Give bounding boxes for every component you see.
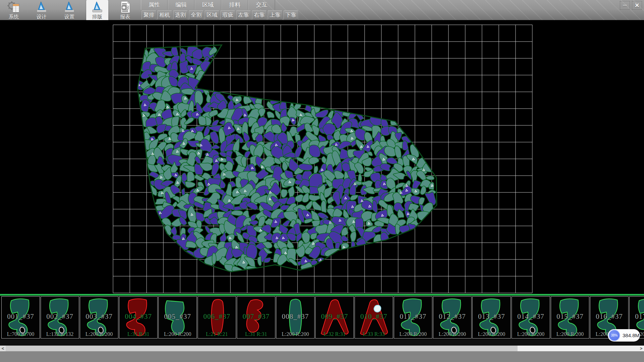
piece-thumbnail-013_#37[interactable]: 013_#37L:200 R:200 xyxy=(472,296,511,339)
nav-item-label: 系统 xyxy=(9,14,19,20)
piece-lr-count-label: L:21 R:21 xyxy=(198,331,236,337)
memory-percent-badge: 38% xyxy=(608,329,620,341)
menu-tab-row: 属性 编辑 区域 排料 交互 xyxy=(141,0,275,10)
close-button[interactable]: ✕ xyxy=(632,1,642,10)
piece-lr-count-label: L:31 R:31 xyxy=(237,331,275,337)
piece-id-label: 017_#37 xyxy=(630,312,644,321)
piece-lr-count-label: L:200 R:200 xyxy=(159,331,197,337)
tool-snap-up-button[interactable]: 上靠 xyxy=(268,10,282,19)
piece-id-label: 005_#37 xyxy=(159,312,197,321)
piece-id-label: 002_#37 xyxy=(41,312,79,321)
piece-id-label: 014_#37 xyxy=(512,312,550,321)
piece-id-label: 007_#37 xyxy=(237,312,275,321)
piece-thumbnail-009_#37[interactable]: 009_#37L:32 R:31 xyxy=(315,296,354,339)
piece-id-label: 016_#37 xyxy=(590,312,628,321)
strip-gap xyxy=(0,339,644,346)
piece-thumbnail-012_#37[interactable]: 012_#37L:200 R:200 xyxy=(433,296,472,339)
scrollbar-thumb[interactable] xyxy=(6,346,518,351)
piece-id-label: 011_#37 xyxy=(394,312,432,321)
scroll-right-arrow-icon[interactable]: > xyxy=(638,346,644,351)
piece-thumbnail-005_#37[interactable]: 005_#37L:200 R:200 xyxy=(158,296,197,339)
piece-lr-count-label: L:33 R:33 xyxy=(355,331,393,337)
tool-select-cut-button[interactable]: 选割 xyxy=(173,10,188,19)
application-window: 系统 设计 xyxy=(0,0,644,362)
piece-thumbnail-001_#37[interactable]: 001_#37L:700 R:700 xyxy=(1,296,40,339)
memory-amount-label: 384.8M xyxy=(623,329,639,342)
system-gear-icon xyxy=(6,1,21,13)
tool-snap-down-button[interactable]: 下靠 xyxy=(283,10,298,19)
piece-lr-count-label: L:200 R:200 xyxy=(433,331,471,337)
piece-lr-count-label: L:200 R:200 xyxy=(80,331,118,337)
nest-scene-svg xyxy=(0,20,644,294)
horizontal-scrollbar[interactable]: < > xyxy=(0,346,644,351)
nav-item-label: 设计 xyxy=(37,14,47,20)
piece-id-label: 015_#37 xyxy=(551,312,589,321)
piece-lr-count-label: L:132 R:132 xyxy=(41,331,79,337)
piece-thumbnail-006_#37[interactable]: 006_#37L:21 R:21 xyxy=(198,296,236,339)
tool-region-button[interactable]: 区域 xyxy=(205,10,219,19)
piece-id-label: 013_#37 xyxy=(473,312,511,321)
piece-thumbnail-008_#37[interactable]: 008_#37L:200 R:200 xyxy=(276,296,315,339)
tool-defect-button[interactable]: 瑕疵 xyxy=(220,10,235,19)
piece-thumbnail-011_#37[interactable]: 011_#37L:200 R:200 xyxy=(394,296,432,339)
piece-thumbnail-002_#37[interactable]: 002_#37L:132 R:132 xyxy=(41,296,79,339)
tool-snap-left-button[interactable]: 左靠 xyxy=(236,10,251,19)
piece-thumbnail-003_#37[interactable]: 003_#37L:200 R:200 xyxy=(80,296,118,339)
piece-thumbnail-015_#37[interactable]: 015_#37L:200 R:200 xyxy=(551,296,589,339)
tool-cut-all-button[interactable]: 全割 xyxy=(189,10,204,19)
piece-thumbnail-004_#37[interactable]: 004_#37L:31 R:31 xyxy=(119,296,158,339)
menu-tab-edit[interactable]: 编辑 xyxy=(168,0,195,10)
menu-tab-region[interactable]: 区域 xyxy=(195,0,221,10)
piece-thumbnail-007_#37[interactable]: 007_#37L:31 R:31 xyxy=(237,296,275,339)
piece-lr-count-label: L:31 R:31 xyxy=(119,331,157,337)
memory-badge[interactable]: 38% 384.8M xyxy=(608,329,640,342)
piece-lr-count-label: L:200 R:200 xyxy=(473,331,511,337)
nesting-canvas[interactable] xyxy=(0,20,644,294)
piece-id-label: 003_#37 xyxy=(80,312,118,321)
nav-item-label: 报表 xyxy=(120,14,130,20)
piece-lr-count-label: L:200 R:200 xyxy=(276,331,314,337)
piece-id-label: 012_#37 xyxy=(433,312,471,321)
tool-button-row: 聚排 相机 选割 全割 区域 瑕疵 左靠 右靠 上靠 下靠 xyxy=(142,10,298,19)
nav-item-settings[interactable]: 设置 xyxy=(58,0,80,20)
piece-id-label: 004_#37 xyxy=(119,312,157,321)
nav-item-report[interactable]: 报表 xyxy=(114,0,136,20)
nesting-ruler-icon xyxy=(90,1,105,13)
piece-lr-count-label: L:700 R:700 xyxy=(2,331,40,337)
scroll-left-arrow-icon[interactable]: < xyxy=(0,346,6,351)
piece-thumbnail-014_#37[interactable]: 014_#37L:200 R:200 xyxy=(512,296,550,339)
nav-item-label: 排版 xyxy=(92,14,102,20)
status-bar xyxy=(0,351,644,362)
design-ruler-icon xyxy=(34,1,49,13)
piece-thumbnail-strip: 001_#37L:700 R:700002_#37L:132 R:132003_… xyxy=(0,296,644,339)
menu-tab-properties[interactable]: 属性 xyxy=(141,0,168,10)
piece-thumbnail-010_#37[interactable]: 010_#37L:33 R:33 xyxy=(355,296,393,339)
piece-id-label: 008_#37 xyxy=(276,312,314,321)
minimize-button[interactable]: ─ xyxy=(620,1,630,10)
tool-cluster-nest-button[interactable]: 聚排 xyxy=(142,10,156,19)
piece-id-label: 010_#37 xyxy=(355,312,393,321)
nav-group: 系统 设计 xyxy=(3,0,136,20)
menu-tab-nesting[interactable]: 排料 xyxy=(221,0,248,10)
report-document-icon xyxy=(118,1,132,13)
menu-tab-interaction[interactable]: 交互 xyxy=(248,0,275,10)
main-toolbar: 系统 设计 xyxy=(0,0,644,20)
piece-id-label: 006_#37 xyxy=(198,312,236,321)
piece-lr-count-label: L:32 R:31 xyxy=(316,331,354,337)
settings-ruler-icon xyxy=(62,1,77,13)
nav-item-label: 设置 xyxy=(64,14,74,20)
piece-lr-count-label: L:200 R:200 xyxy=(512,331,550,337)
piece-lr-count-label: L:200 R:200 xyxy=(551,331,589,337)
piece-id-label: 009_#37 xyxy=(316,312,354,321)
nav-item-design[interactable]: 设计 xyxy=(31,0,53,20)
nav-item-system[interactable]: 系统 xyxy=(3,0,25,20)
piece-id-label: 001_#37 xyxy=(2,312,40,321)
piece-lr-count-label: L:200 R:200 xyxy=(394,331,432,337)
tool-camera-button[interactable]: 相机 xyxy=(157,10,172,19)
window-controls: ─ ✕ xyxy=(620,1,642,10)
nav-item-nesting-selected[interactable]: 排版 xyxy=(86,0,108,20)
tool-snap-right-button[interactable]: 右靠 xyxy=(252,10,267,19)
toolbar-hatch-texture xyxy=(258,0,644,20)
